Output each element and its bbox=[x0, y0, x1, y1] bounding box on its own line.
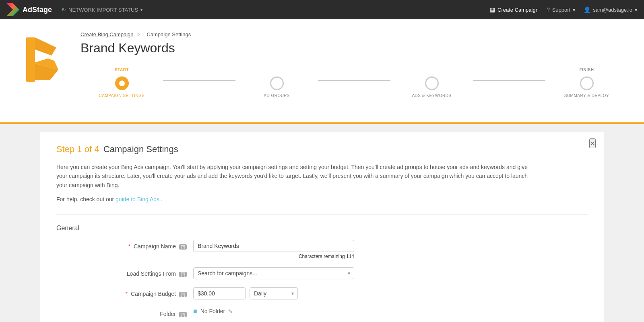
step-1-top-label: START bbox=[115, 68, 129, 73]
required-star: * bbox=[128, 243, 130, 250]
nav-right: ▦ Create Campaign ? Support ▾ 👤 sam@adst… bbox=[490, 6, 638, 13]
step-item-4: FINISH SUMMARY & DEPLOY bbox=[545, 68, 628, 98]
chevron-down-icon: ▾ bbox=[140, 8, 142, 12]
campaign-name-help[interactable]: [?] bbox=[179, 244, 187, 250]
load-settings-select[interactable]: Search for campaigns... bbox=[193, 267, 354, 279]
general-section: General * Campaign Name [?] Characters r… bbox=[56, 215, 588, 317]
folder-value: No Folder bbox=[200, 308, 225, 314]
load-settings-help[interactable]: [?] bbox=[179, 272, 187, 277]
folder-control: ■ No Folder ✎ bbox=[193, 308, 354, 315]
step-heading: Step 1 of 4 Campaign Settings bbox=[56, 144, 588, 155]
load-settings-label: Load Settings From [?] bbox=[97, 267, 193, 277]
step-4-bottom-label: SUMMARY & DEPLOY bbox=[564, 93, 609, 98]
support-button[interactable]: ? Support ▾ bbox=[547, 6, 576, 13]
step-4-top-label: FINISH bbox=[580, 68, 594, 73]
step-name: Campaign Settings bbox=[103, 144, 178, 154]
step-item-2: AD GROUPS bbox=[235, 68, 318, 98]
step-2-bottom-label: AD GROUPS bbox=[264, 93, 290, 98]
campaign-name-label: * Campaign Name [?] bbox=[97, 240, 193, 250]
logo-text: AdStage bbox=[23, 6, 52, 14]
step-1-circle bbox=[115, 76, 129, 90]
folder-label-text: Folder bbox=[160, 311, 176, 317]
network-import-status[interactable]: ↻ NETWORK IMPORT STATUS ▾ bbox=[62, 7, 142, 13]
user-icon: 👤 bbox=[584, 6, 590, 13]
budget-type-select-wrapper: Daily Monthly ▾ bbox=[250, 287, 298, 299]
step-item-1: START CAMPAIGN SETTINGS bbox=[80, 68, 163, 98]
support-label: Support bbox=[552, 7, 571, 13]
main-content: × Step 1 of 4 Campaign Settings Here you… bbox=[0, 132, 644, 322]
logo-area: AdStage bbox=[6, 3, 52, 16]
section-title: General bbox=[56, 225, 588, 232]
user-menu[interactable]: 👤 sam@adstage.io ▾ bbox=[584, 6, 638, 13]
network-import-label: NETWORK IMPORT STATUS bbox=[68, 7, 138, 13]
campaign-budget-row: * Campaign Budget [?] Daily Monthly ▾ bbox=[56, 287, 588, 299]
help-link[interactable]: guide to Bing Ads bbox=[116, 196, 159, 202]
top-navigation: AdStage ↻ NETWORK IMPORT STATUS ▾ ▦ Crea… bbox=[0, 0, 644, 19]
create-campaign-label: Create Campaign bbox=[497, 7, 539, 13]
nav-left: AdStage ↻ NETWORK IMPORT STATUS ▾ bbox=[6, 3, 142, 16]
adstage-logo-icon bbox=[6, 3, 19, 16]
step-connector-3 bbox=[473, 80, 545, 81]
budget-type-select[interactable]: Daily Monthly bbox=[250, 287, 298, 299]
bing-logo bbox=[16, 31, 68, 84]
step-3-bottom-label: ADS & KEYWORDS bbox=[412, 93, 451, 98]
help-text-suffix: . bbox=[161, 196, 163, 202]
chars-count: 114 bbox=[346, 254, 354, 259]
section-divider bbox=[56, 215, 588, 215]
refresh-icon: ↻ bbox=[62, 7, 66, 13]
help-text: For help, check out our guide to Bing Ad… bbox=[56, 196, 588, 202]
step-item-3: ADS & KEYWORDS bbox=[390, 68, 473, 98]
campaign-budget-help[interactable]: [?] bbox=[179, 292, 187, 297]
campaign-name-control: Characters remaining 114 bbox=[193, 240, 354, 259]
create-campaign-button[interactable]: ▦ Create Campaign bbox=[490, 6, 539, 13]
step-connector-2 bbox=[318, 80, 390, 81]
chars-remaining: Characters remaining 114 bbox=[193, 254, 354, 259]
support-chevron-icon: ▾ bbox=[573, 7, 576, 13]
bing-logo-area bbox=[16, 27, 68, 85]
breadcrumb-separator: > bbox=[137, 31, 142, 37]
load-settings-label-text: Load Settings From bbox=[127, 270, 176, 277]
folder-edit-icon[interactable]: ✎ bbox=[228, 308, 233, 314]
step-description: Here you can create your Bing Ads campai… bbox=[56, 163, 539, 190]
breadcrumb-current: Campaign Settings bbox=[147, 31, 191, 37]
user-chevron-icon: ▾ bbox=[635, 7, 638, 13]
close-button[interactable]: × bbox=[589, 138, 596, 148]
step-3-circle bbox=[425, 76, 439, 90]
campaign-name-row: * Campaign Name [?] Characters remaining… bbox=[56, 240, 588, 259]
user-label: sam@adstage.io bbox=[593, 7, 632, 13]
campaign-icon: ▦ bbox=[490, 6, 495, 13]
folder-row: Folder [?] ■ No Folder ✎ bbox=[56, 308, 588, 317]
campaign-budget-control: Daily Monthly ▾ bbox=[193, 287, 354, 299]
campaign-budget-label-text: Campaign Budget bbox=[131, 291, 176, 297]
step-number: Step 1 of 4 bbox=[56, 144, 99, 154]
breadcrumb: Create Bing Campaign > Campaign Settings bbox=[80, 31, 628, 37]
breadcrumb-link[interactable]: Create Bing Campaign bbox=[80, 31, 134, 37]
step-2-circle bbox=[270, 76, 284, 90]
page-title: Brand Keywords bbox=[80, 41, 628, 56]
campaign-budget-input[interactable] bbox=[193, 287, 246, 299]
svg-rect-0 bbox=[26, 37, 35, 82]
campaign-name-label-text: Campaign Name bbox=[134, 243, 176, 250]
header-panel: Create Bing Campaign > Campaign Settings… bbox=[0, 19, 644, 124]
campaign-name-input[interactable] bbox=[193, 240, 354, 252]
help-text-prefix: For help, check out our bbox=[56, 196, 114, 202]
chars-label: Characters remaining bbox=[299, 254, 345, 259]
question-icon: ? bbox=[547, 6, 550, 13]
campaign-budget-label: * Campaign Budget [?] bbox=[97, 287, 193, 297]
header-content: Create Bing Campaign > Campaign Settings… bbox=[80, 27, 628, 106]
step-1-bottom-label: CAMPAIGN SETTINGS bbox=[99, 93, 145, 98]
budget-required-star: * bbox=[126, 291, 128, 297]
form-card: × Step 1 of 4 Campaign Settings Here you… bbox=[40, 132, 604, 322]
load-settings-select-wrapper: Search for campaigns... ▾ bbox=[193, 267, 354, 279]
load-settings-row: Load Settings From [?] Search for campai… bbox=[56, 267, 588, 279]
step-4-circle bbox=[580, 76, 594, 90]
folder-label: Folder [?] bbox=[97, 308, 193, 317]
folder-help[interactable]: [?] bbox=[179, 312, 187, 317]
step-connector-1 bbox=[163, 80, 235, 81]
progress-steps: START CAMPAIGN SETTINGS AD GROUPS ADS & … bbox=[80, 68, 628, 106]
folder-icon: ■ bbox=[193, 308, 197, 315]
folder-value-row: ■ No Folder ✎ bbox=[193, 308, 354, 315]
load-settings-control: Search for campaigns... ▾ bbox=[193, 267, 354, 279]
budget-row: Daily Monthly ▾ bbox=[193, 287, 354, 299]
